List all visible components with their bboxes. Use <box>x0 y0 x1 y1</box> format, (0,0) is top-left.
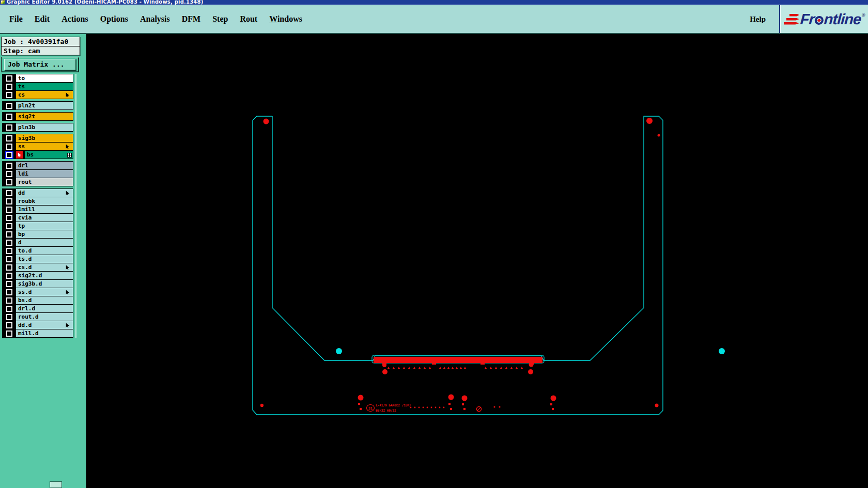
viewport[interactable]: 31L-41/9 bARGE2 /1UP/BB/3Z 60/3Z <box>86 34 868 488</box>
layer-checkbox-cell[interactable] <box>3 74 16 82</box>
layer-name[interactable]: sig3b <box>16 134 73 142</box>
layer-checkbox-cell[interactable] <box>3 222 16 230</box>
layer-row-drl.d[interactable]: drl.d <box>3 304 73 312</box>
layer-checkbox-cell[interactable] <box>3 305 16 312</box>
layer-checkbox-cell[interactable] <box>3 151 16 159</box>
layer-checkbox-cell[interactable] <box>3 296 16 304</box>
layer-checkbox-cell[interactable] <box>3 321 16 329</box>
layer-checkbox[interactable] <box>6 264 12 271</box>
layer-checkbox[interactable] <box>6 163 12 169</box>
canvas-view[interactable]: 31L-41/9 bARGE2 /1UP/BB/3Z 60/3Z <box>86 34 868 488</box>
layer-row-sig2t[interactable]: sig2t <box>3 113 73 120</box>
layer-name[interactable]: pln3b <box>16 123 73 131</box>
layer-name[interactable]: rout <box>16 178 73 186</box>
layer-row-sig3b.d[interactable]: sig3b.d <box>3 279 73 288</box>
layer-row-sig3b[interactable]: sig3b <box>3 134 73 142</box>
layer-checkbox[interactable] <box>6 297 12 304</box>
sidebar-handle[interactable] <box>50 481 62 488</box>
layer-checkbox-cell[interactable] <box>3 280 16 288</box>
layer-name[interactable]: cvia <box>16 214 73 222</box>
layer-checkbox[interactable] <box>6 281 12 287</box>
menu-dfm[interactable]: DFM <box>182 14 200 24</box>
layer-name[interactable]: ldi <box>16 170 73 178</box>
layer-row-ss.d[interactable]: ss.d <box>3 288 73 296</box>
layer-row-cs[interactable]: cs <box>3 90 73 99</box>
layer-checkbox-cell[interactable] <box>3 134 16 142</box>
layer-name[interactable]: to.d <box>16 247 73 255</box>
layer-checkbox-cell[interactable] <box>3 197 16 205</box>
layer-name[interactable]: tp <box>16 222 73 230</box>
layer-checkbox-cell[interactable] <box>3 247 16 255</box>
layer-row-bs[interactable]: bs <box>3 150 73 159</box>
layer-name[interactable]: bp <box>16 230 73 238</box>
layer-name[interactable]: rout.d <box>16 313 73 321</box>
layer-checkbox-cell[interactable] <box>3 272 16 279</box>
layer-checkbox[interactable] <box>6 322 12 328</box>
layer-checkbox-cell[interactable] <box>3 239 16 246</box>
layer-checkbox[interactable] <box>6 256 12 262</box>
layer-name[interactable]: roubk <box>16 197 73 205</box>
layer-checkbox[interactable] <box>6 273 12 279</box>
layer-checkbox-cell[interactable] <box>3 206 16 213</box>
layer-row-1mill[interactable]: 1mill <box>3 205 73 213</box>
layer-checkbox[interactable] <box>6 240 12 246</box>
menu-help[interactable]: Help <box>750 15 766 24</box>
layer-row-ldi[interactable]: ldi <box>3 169 73 178</box>
menu-step[interactable]: Step <box>212 14 228 24</box>
layer-row-ts[interactable]: ts <box>3 82 73 90</box>
layer-name[interactable]: sig2t <box>16 113 73 120</box>
layer-checkbox[interactable] <box>6 314 12 320</box>
layer-checkbox-cell[interactable] <box>3 170 16 178</box>
layer-checkbox[interactable] <box>6 231 12 238</box>
layer-name[interactable]: 1mill <box>16 206 73 213</box>
layer-row-dd.d[interactable]: dd.d <box>3 321 73 329</box>
layer-name[interactable]: ts <box>16 83 73 90</box>
layer-checkbox[interactable] <box>6 92 12 98</box>
layer-checkbox[interactable] <box>6 330 12 337</box>
layer-name[interactable]: to <box>16 74 73 82</box>
layer-row-to[interactable]: to <box>3 74 73 82</box>
layer-checkbox[interactable] <box>6 223 12 229</box>
layer-name[interactable]: ss <box>16 143 73 150</box>
layer-checkbox[interactable] <box>6 135 12 141</box>
layer-row-to.d[interactable]: to.d <box>3 246 73 255</box>
layer-name[interactable]: ss.d <box>16 288 73 296</box>
layer-checkbox[interactable] <box>6 103 12 109</box>
layer-name[interactable]: mill.d <box>16 329 73 337</box>
layer-checkbox[interactable] <box>6 114 12 120</box>
layer-checkbox[interactable] <box>6 198 12 204</box>
layer-row-rout[interactable]: rout <box>3 178 73 186</box>
layer-checkbox[interactable] <box>6 190 12 196</box>
layer-checkbox-cell[interactable] <box>3 178 16 186</box>
layer-name[interactable]: bs <box>24 151 73 159</box>
layer-row-mill.d[interactable]: mill.d <box>3 329 73 337</box>
layer-row-d[interactable]: d <box>3 238 73 246</box>
layer-row-cvia[interactable]: cvia <box>3 213 73 222</box>
layer-checkbox-cell[interactable] <box>3 313 16 321</box>
layer-name[interactable]: dd <box>16 189 73 197</box>
layer-row-roubk[interactable]: roubk <box>3 197 73 205</box>
layer-row-ts.d[interactable]: ts.d <box>3 255 73 263</box>
layer-checkbox[interactable] <box>6 124 12 131</box>
layer-checkbox[interactable] <box>6 207 12 213</box>
layer-name[interactable]: cs.d <box>16 263 73 271</box>
layer-grid-icon[interactable] <box>67 153 72 158</box>
job-matrix-button[interactable]: Job Matrix ... <box>4 59 76 70</box>
layer-name[interactable]: sig3b.d <box>16 280 73 288</box>
layer-checkbox-cell[interactable] <box>3 91 16 99</box>
layer-checkbox[interactable] <box>6 171 12 177</box>
layer-name[interactable]: d <box>16 239 73 246</box>
layer-checkbox-cell[interactable] <box>3 214 16 222</box>
layer-checkbox-cell[interactable] <box>3 230 16 238</box>
layer-checkbox[interactable] <box>6 152 12 158</box>
layer-checkbox-cell[interactable] <box>3 143 16 150</box>
layer-checkbox-cell[interactable] <box>3 123 16 131</box>
layer-checkbox[interactable] <box>6 75 12 82</box>
menu-analysis[interactable]: Analysis <box>140 14 170 24</box>
layer-checkbox[interactable] <box>6 248 12 254</box>
layer-name[interactable]: bs.d <box>16 296 73 304</box>
layer-row-cs.d[interactable]: cs.d <box>3 263 73 271</box>
layer-row-bp[interactable]: bp <box>3 230 73 238</box>
layer-checkbox[interactable] <box>6 144 12 150</box>
menu-rout[interactable]: Rout <box>240 14 257 24</box>
